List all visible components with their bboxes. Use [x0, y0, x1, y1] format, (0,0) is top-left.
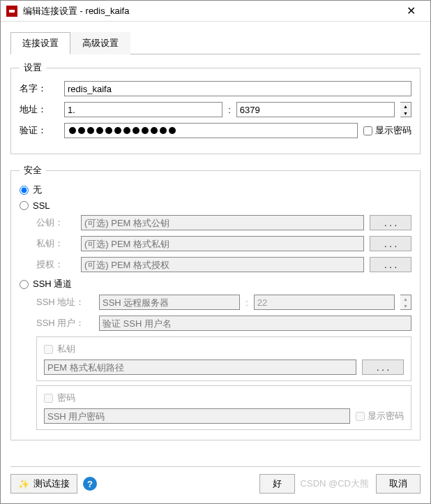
- radio-ssh-input[interactable]: [20, 280, 29, 289]
- radio-none[interactable]: 无: [20, 184, 411, 196]
- checkbox-ssh-show-password: 显示密码: [356, 410, 404, 422]
- dialog-window: 编辑连接设置 - redis_kaifa ✕ 连接设置 高级设置 设置 名字： …: [0, 0, 431, 504]
- watermark: CSDN @CD大熊: [301, 477, 369, 490]
- radio-none-label: 无: [33, 184, 42, 196]
- radio-none-input[interactable]: [20, 186, 29, 195]
- input-name[interactable]: [64, 81, 411, 96]
- checkbox-show-password-label: 显示密码: [375, 124, 411, 137]
- ok-button-label: 好: [273, 477, 282, 490]
- ok-button[interactable]: 好: [259, 474, 295, 494]
- label-ssl-pubkey: 公钥：: [36, 216, 75, 229]
- input-ssl-auth: [81, 257, 364, 272]
- client-area: 连接设置 高级设置 设置 名字： 地址： : ▲▼ 验证：: [1, 22, 430, 503]
- input-auth[interactable]: [64, 123, 358, 138]
- radio-ssl-label: SSL: [33, 200, 50, 211]
- close-icon[interactable]: ✕: [397, 4, 425, 17]
- checkbox-ssh-password: [44, 394, 53, 403]
- tab-strip: 连接设置 高级设置: [10, 31, 421, 54]
- radio-ssl-input[interactable]: [20, 201, 29, 210]
- test-connection-button[interactable]: ✨ 测试连接: [10, 474, 77, 494]
- bottom-bar: ✨ 测试连接 ? 好 CSDN @CD大熊 取消: [10, 466, 421, 494]
- group-security: 安全 无 SSL 公钥： . . . 私钥： . . . 授权：: [10, 164, 421, 440]
- radio-ssl[interactable]: SSL: [20, 200, 411, 211]
- ssh-port-spinner: ▲▼: [400, 295, 411, 310]
- tab-advanced[interactable]: 高级设置: [70, 32, 130, 54]
- tab-connection[interactable]: 连接设置: [10, 32, 70, 54]
- magic-wand-icon: ✨: [18, 479, 29, 489]
- checkbox-ssh-privkey-label: 私钥: [57, 343, 75, 355]
- cancel-button[interactable]: 取消: [376, 474, 421, 494]
- input-ssh-user: [99, 316, 411, 331]
- input-ssl-privkey: [81, 236, 364, 251]
- radio-ssh[interactable]: SSH 通道: [20, 278, 411, 290]
- address-port-sep: :: [228, 105, 231, 115]
- app-icon: [6, 6, 17, 17]
- cancel-button-label: 取消: [389, 477, 407, 490]
- test-connection-label: 测试连接: [33, 477, 70, 490]
- ssh-password-box: 密码 显示密码: [36, 385, 411, 430]
- port-spinner[interactable]: ▲▼: [400, 102, 411, 117]
- browse-ssl-auth[interactable]: . . .: [370, 257, 411, 272]
- label-ssh-user: SSH 用户：: [36, 317, 93, 329]
- label-name: 名字：: [20, 82, 59, 95]
- help-icon[interactable]: ?: [83, 477, 97, 491]
- label-auth: 验证：: [20, 124, 59, 137]
- checkbox-ssh-show-password-input: [356, 412, 365, 421]
- input-address[interactable]: [64, 102, 222, 117]
- svg-rect-1: [9, 10, 15, 13]
- label-ssh-addr: SSH 地址：: [36, 296, 93, 309]
- label-ssl-auth: 授权：: [36, 258, 75, 271]
- radio-ssh-label: SSH 通道: [33, 278, 72, 290]
- checkbox-show-password[interactable]: 显示密码: [363, 124, 411, 137]
- label-ssl-privkey: 私钥：: [36, 237, 75, 250]
- input-port[interactable]: [236, 102, 395, 117]
- checkbox-show-password-input[interactable]: [363, 126, 372, 135]
- window-title: 编辑连接设置 - redis_kaifa: [23, 5, 397, 17]
- ssh-privkey-box: 私钥 . . .: [36, 336, 411, 381]
- checkbox-ssh-password-label: 密码: [57, 392, 75, 404]
- input-ssh-port: [254, 295, 395, 310]
- input-ssh-password: [44, 408, 350, 424]
- browse-ssl-privkey[interactable]: . . .: [370, 236, 411, 251]
- ssh-addr-port-sep: :: [245, 297, 248, 308]
- checkbox-ssh-show-password-label: 显示密码: [368, 410, 404, 422]
- label-address: 地址：: [20, 103, 59, 116]
- input-ssh-addr: [99, 295, 240, 310]
- checkbox-ssh-privkey: [44, 345, 53, 354]
- browse-ssh-privkey[interactable]: . . .: [362, 360, 404, 375]
- browse-ssl-pubkey[interactable]: . . .: [370, 215, 411, 230]
- group-settings: 设置 名字： 地址： : ▲▼ 验证：: [10, 61, 421, 154]
- group-settings-legend: 设置: [20, 61, 46, 74]
- input-ssl-pubkey: [81, 215, 364, 230]
- title-bar: 编辑连接设置 - redis_kaifa ✕: [1, 1, 430, 22]
- input-ssh-privkey: [44, 360, 356, 375]
- group-security-legend: 安全: [20, 164, 46, 177]
